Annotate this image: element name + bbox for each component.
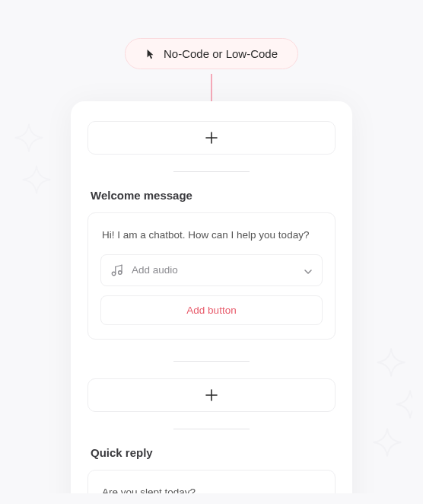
plus-icon [205, 388, 218, 402]
divider [173, 361, 250, 362]
builder-canvas: No-Code or Low-Code Welcome message Hi! … [11, 11, 412, 493]
welcome-message-text: Hi! I am a chatbot. How can I help you t… [100, 228, 323, 242]
decoration-sparkles-right [367, 346, 412, 467]
divider [173, 171, 250, 172]
decoration-sparkles-left [11, 121, 58, 228]
svg-point-3 [119, 270, 122, 274]
chevron-down-icon [304, 266, 313, 275]
add-audio-label: Add audio [132, 264, 296, 276]
builder-panel: Welcome message Hi! I am a chatbot. How … [71, 101, 352, 493]
mode-pill-button[interactable]: No-Code or Low-Code [125, 38, 298, 69]
add-audio-dropdown[interactable]: Add audio [100, 254, 323, 286]
svg-line-6 [116, 265, 122, 266]
mode-pill-label: No-Code or Low-Code [164, 47, 278, 60]
music-icon [110, 263, 124, 277]
quick-reply-card: Are you slept today? [87, 470, 336, 493]
plus-icon [205, 131, 218, 145]
add-block-button-top[interactable] [87, 121, 336, 155]
connector-line [211, 74, 212, 101]
add-block-button-middle[interactable] [87, 378, 336, 412]
divider [173, 429, 250, 429]
welcome-section-title: Welcome message [87, 189, 336, 202]
add-button-action[interactable]: Add button [100, 295, 323, 325]
quick-reply-section-title: Quick reply [87, 446, 336, 459]
svg-point-2 [112, 272, 116, 276]
welcome-message-card: Hi! I am a chatbot. How can I help you t… [87, 212, 336, 340]
cursor-icon [145, 49, 156, 59]
quick-reply-text: Are you slept today? [100, 486, 323, 493]
